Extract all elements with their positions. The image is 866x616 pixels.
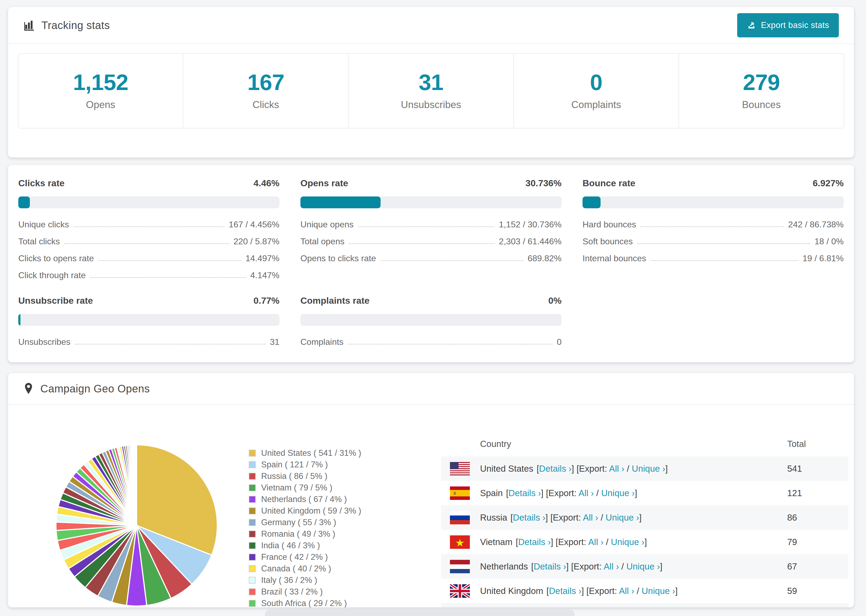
legend-swatch — [249, 519, 256, 526]
rate-value: 6.927% — [813, 178, 844, 189]
location-pin-icon — [23, 382, 34, 395]
tracking-stats-card: Tracking stats Export basic stats 1,152O… — [8, 7, 854, 157]
export-unique-link[interactable]: Unique › — [632, 464, 665, 473]
country-name: United States — [480, 464, 533, 474]
export-all-link[interactable]: All › — [578, 488, 594, 498]
legend-swatch — [249, 531, 256, 537]
export-all-link[interactable]: All › — [609, 464, 625, 473]
stat-value: 0 — [590, 69, 602, 96]
legend-label: United Kingdom ( 59 / 3% ) — [261, 506, 361, 516]
legend-item-za: South Africa ( 29 / 2% ) — [249, 597, 361, 607]
geo-table-header: Country Total — [441, 432, 849, 456]
rate-value: 4.46% — [254, 178, 279, 189]
rate-block-opens-rate: Opens rate30.736%Unique opens1,152 / 30.… — [301, 178, 562, 280]
dotted-leader — [75, 344, 266, 344]
rate-title: Complaints rate — [301, 295, 370, 306]
rate-detail-row: Unique clicks167 / 4.456% — [18, 220, 279, 229]
dotted-leader — [73, 226, 225, 227]
export-unique-link[interactable]: Unique › — [627, 561, 660, 571]
geo-opens-pie-chart — [54, 442, 220, 607]
stat-label: Clicks — [252, 99, 279, 110]
legend-swatch — [249, 473, 256, 480]
legend-swatch — [249, 496, 256, 503]
country-name: Russia — [480, 512, 507, 523]
rate-detail-row: Unique opens1,152 / 30.736% — [301, 220, 562, 229]
legend-item-it: Italy ( 36 / 2% ) — [249, 574, 361, 586]
pie-legend: United States ( 541 / 31% )Spain ( 121 /… — [249, 447, 361, 607]
legend-label: Vietnam ( 79 / 5% ) — [261, 483, 332, 493]
export-unique-link[interactable]: Unique › — [611, 537, 644, 547]
geo-title: Campaign Geo Opens — [40, 383, 150, 395]
export-all-link[interactable]: All › — [619, 586, 634, 596]
rate-title: Clicks rate — [18, 178, 65, 189]
rate-block-complaints-rate: Complaints rate0%Complaints0 — [301, 295, 562, 347]
details-link[interactable]: Details › — [539, 464, 572, 473]
export-button-label: Export basic stats — [761, 20, 829, 30]
rate-block-unsubscribe-rate: Unsubscribe rate0.77%Unsubscribes31 — [18, 295, 279, 347]
rate-detail-row: Soft bounces18 / 0% — [583, 237, 844, 247]
rate-progress-bar — [301, 196, 562, 208]
stat-cell-complaints: 0Complaints — [514, 54, 679, 128]
legend-item-gb: United Kingdom ( 59 / 3% ) — [249, 505, 361, 517]
export-all-link[interactable]: All › — [583, 512, 598, 522]
rate-detail-row: Total clicks220 / 5.87% — [18, 237, 279, 247]
country-total: 121 — [787, 488, 849, 498]
details-link[interactable]: Details › — [534, 561, 566, 571]
country-total: 86 — [787, 512, 849, 523]
legend-swatch — [249, 588, 256, 595]
legend-swatch — [249, 449, 256, 457]
export-all-link[interactable]: All › — [604, 561, 619, 571]
country-total: 79 — [787, 537, 849, 547]
export-basic-stats-button[interactable]: Export basic stats — [737, 13, 839, 37]
details-link[interactable]: Details › — [513, 512, 545, 522]
legend-label: Netherlands ( 67 / 4% ) — [261, 495, 347, 504]
rate-detail-row: Unsubscribes31 — [18, 337, 279, 347]
dotted-leader — [650, 260, 798, 261]
stat-label: Bounces — [742, 99, 781, 110]
rate-progress-bar — [18, 196, 279, 208]
rate-title: Opens rate — [301, 178, 348, 189]
rate-detail-row: Opens to clicks rate689.82% — [301, 253, 562, 263]
stat-cell-clicks: 167Clicks — [183, 54, 348, 128]
legend-label: Canada ( 40 / 2% ) — [261, 564, 331, 574]
legend-swatch — [249, 484, 256, 491]
geo-table-row-partial — [441, 603, 849, 607]
dotted-leader — [90, 277, 246, 278]
legend-item-ca: Canada ( 40 / 2% ) — [249, 563, 361, 574]
dotted-leader — [349, 243, 494, 244]
export-unique-link[interactable]: Unique › — [642, 586, 675, 596]
legend-label: India ( 46 / 3% ) — [261, 541, 320, 550]
details-link[interactable]: Details › — [509, 488, 541, 498]
details-link[interactable]: Details › — [518, 537, 551, 547]
dotted-leader — [640, 226, 784, 227]
export-all-link[interactable]: All › — [588, 537, 603, 547]
rate-detail-row: Complaints0 — [301, 337, 562, 347]
details-link[interactable]: Details › — [549, 586, 581, 596]
geo-table-row-vn: Vietnam[Details ›] [Export: All › / Uniq… — [441, 530, 849, 554]
stat-label: Opens — [86, 99, 115, 110]
legend-swatch — [249, 508, 256, 514]
stat-cell-opens: 1,152Opens — [18, 54, 183, 128]
dotted-leader — [98, 260, 241, 261]
legend-label: France ( 42 / 2% ) — [261, 552, 328, 562]
country-total: 59 — [787, 586, 849, 596]
legend-item-de: Germany ( 55 / 3% ) — [249, 517, 361, 528]
rate-block-clicks-rate: Clicks rate4.46%Unique clicks167 / 4.456… — [18, 178, 279, 280]
rate-progress-bar — [18, 314, 279, 326]
rate-progress-bar — [301, 314, 562, 326]
rate-detail-row: Total opens2,303 / 61.446% — [301, 237, 562, 247]
geo-body: United States ( 541 / 31% )Spain ( 121 /… — [8, 405, 854, 607]
export-unique-link[interactable]: Unique › — [601, 488, 635, 498]
dotted-leader — [348, 344, 553, 344]
legend-label: United States ( 541 / 31% ) — [261, 448, 361, 458]
dotted-leader — [358, 226, 494, 227]
stat-label: Complaints — [571, 99, 621, 110]
stat-cell-bounces: 279Bounces — [679, 54, 844, 128]
rate-value: 0% — [548, 295, 562, 306]
tracking-stats-header: Tracking stats Export basic stats — [8, 7, 854, 44]
export-unique-link[interactable]: Unique › — [606, 512, 639, 522]
legend-swatch — [249, 554, 256, 561]
geo-table-row-es: Spain[Details ›] [Export: All › / Unique… — [441, 481, 849, 505]
legend-item-nl: Netherlands ( 67 / 4% ) — [249, 493, 361, 505]
geo-header: Campaign Geo Opens — [8, 373, 854, 405]
